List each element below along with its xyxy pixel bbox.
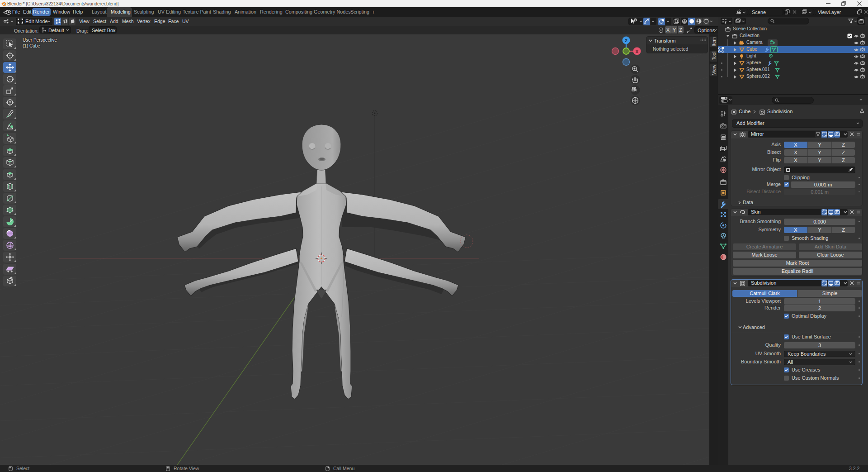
svg-text:Z: Z bbox=[625, 38, 627, 43]
svg-text:X: X bbox=[636, 49, 639, 54]
